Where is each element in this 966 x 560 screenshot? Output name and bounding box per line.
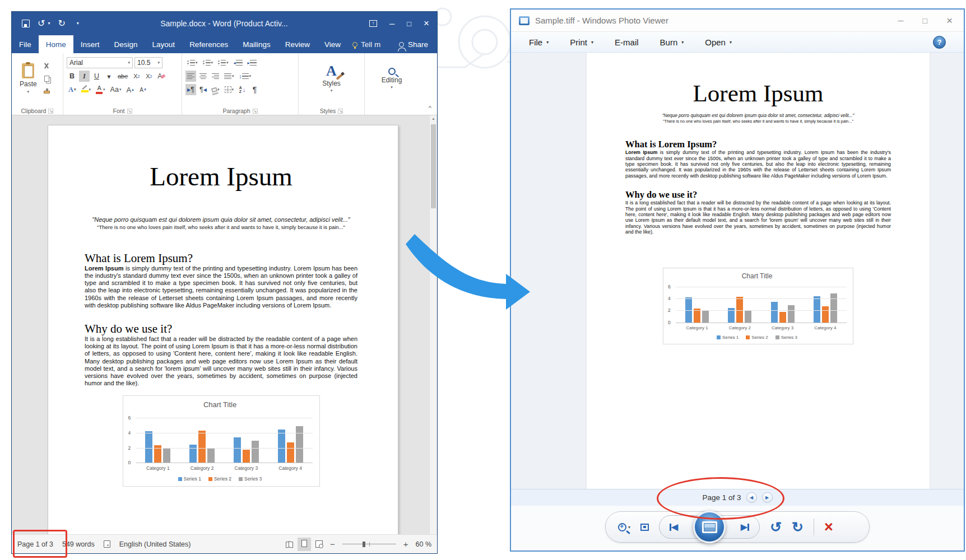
cut-button[interactable]	[41, 60, 52, 72]
ribbon-display-options-icon[interactable]: ↑	[369, 20, 377, 27]
share-button[interactable]: Share	[390, 35, 437, 53]
align-left-button[interactable]	[185, 71, 196, 82]
font-dialog-launcher[interactable]: ↘	[127, 109, 132, 114]
clipboard-dialog-launcher[interactable]: ↘	[48, 109, 53, 114]
bullets-button[interactable]: ▾	[185, 57, 199, 68]
tab-references[interactable]: References	[182, 35, 235, 53]
maximize-icon[interactable]: □	[407, 20, 411, 28]
bold-button[interactable]: B	[67, 71, 77, 82]
actual-size-button[interactable]	[640, 524, 649, 531]
vertical-scrollbar[interactable]: ▲	[429, 115, 436, 535]
zoom-slider-handle[interactable]	[363, 542, 365, 547]
grow-font-button[interactable]: A▲	[124, 84, 136, 95]
close-icon[interactable]: ×	[424, 18, 429, 29]
tab-file[interactable]: File	[12, 35, 39, 53]
scroll-up-icon[interactable]: ▲	[430, 116, 437, 120]
maximize-icon[interactable]: □	[922, 16, 927, 25]
font-size-select[interactable]: 10.5 ▾	[134, 57, 162, 68]
web-layout-icon[interactable]	[315, 540, 323, 548]
line-spacing-button[interactable]: ↕▾	[238, 71, 253, 82]
tab-view[interactable]: View	[317, 35, 348, 53]
superscript-button[interactable]: X2	[143, 71, 154, 82]
tab-design[interactable]: Design	[107, 35, 145, 53]
help-button[interactable]: ?	[933, 36, 946, 49]
rotate-clockwise-button[interactable]: ↻	[792, 520, 804, 534]
tab-layout[interactable]: Layout	[145, 35, 183, 53]
collapse-ribbon-icon[interactable]: ^	[429, 105, 431, 111]
paste-dropdown-icon[interactable]: ▾	[27, 90, 30, 94]
justify-button[interactable]: ▾	[222, 71, 236, 82]
strikethrough-button[interactable]: abe	[116, 71, 129, 82]
proofing-icon[interactable]: ×	[104, 540, 110, 548]
copy-button[interactable]	[41, 73, 52, 84]
read-mode-icon[interactable]	[286, 540, 293, 548]
section2-body: It is a long established fact that a rea…	[85, 335, 357, 387]
font-color-button[interactable]: A▾	[94, 84, 107, 95]
menu-file[interactable]: File▾	[529, 38, 549, 47]
menu-open[interactable]: Open▾	[705, 38, 732, 47]
delete-button[interactable]: ×	[824, 520, 833, 535]
save-icon[interactable]	[22, 20, 30, 27]
minimize-icon[interactable]: ─	[898, 16, 904, 25]
decrease-indent-button[interactable]: ◂	[232, 57, 244, 68]
ltr-direction-button[interactable]: ▶¶	[185, 84, 196, 95]
previous-image-button[interactable]: ◀	[670, 522, 678, 532]
tell-me-box[interactable]: Tell m	[348, 35, 385, 53]
zoom-slider[interactable]	[342, 544, 396, 545]
highlight-color-button[interactable]: ▾	[80, 84, 93, 95]
styles-label: Styles	[322, 80, 341, 87]
next-image-button[interactable]: ▶	[741, 522, 749, 532]
increase-indent-button[interactable]: ▸	[246, 57, 258, 68]
underline-button[interactable]: U	[91, 71, 102, 82]
menu-print[interactable]: Print▾	[570, 38, 593, 47]
zoom-button[interactable]: ▾	[618, 523, 630, 531]
menu-burn[interactable]: Burn▾	[660, 38, 684, 47]
format-painter-button[interactable]	[41, 85, 52, 96]
shading-button[interactable]: ▾	[210, 84, 221, 95]
paste-button[interactable]: Paste ▾	[15, 56, 41, 101]
editing-button[interactable]: Editing ▾	[368, 56, 415, 101]
zoom-in-icon[interactable]: +	[403, 539, 408, 549]
photo-viewer-window: Sample.tiff - Windows Photo Viewer ─ □ ×…	[510, 8, 965, 552]
tab-mailings[interactable]: Mailings	[235, 35, 278, 53]
borders-button[interactable]: ▾	[223, 84, 236, 95]
align-center-button[interactable]	[198, 71, 208, 82]
styles-icon: A	[326, 64, 337, 78]
subscript-button[interactable]: X2	[131, 71, 142, 82]
print-layout-icon[interactable]	[301, 540, 307, 547]
rtl-direction-button[interactable]: ¶◀	[198, 84, 208, 95]
shrink-font-button[interactable]: A▼	[138, 84, 148, 95]
scrollbar-thumb[interactable]	[431, 124, 436, 208]
zoom-percentage[interactable]: 60 %	[416, 540, 432, 548]
change-case-label: Aa	[110, 86, 119, 94]
menu-email[interactable]: E-mail	[615, 38, 639, 47]
italic-button[interactable]: I	[79, 71, 90, 82]
rotate-counterclockwise-button[interactable]: ↺	[770, 520, 782, 534]
redo-icon[interactable]: ↻	[58, 19, 65, 28]
minimize-icon[interactable]: ─	[389, 20, 394, 28]
zoom-out-icon[interactable]: −	[330, 539, 335, 549]
close-icon[interactable]: ×	[946, 15, 953, 27]
word-document-chart[interactable]: Chart Title 0246 Category 1Category 2Cat…	[123, 395, 320, 487]
sort-button[interactable]: AZ↓	[237, 84, 248, 95]
word-document-page[interactable]: Lorem Ipsum "Neque porro quisquam est qu…	[48, 125, 398, 535]
language-indicator[interactable]: English (United States)	[119, 540, 191, 548]
styles-dialog-launcher[interactable]: ↘	[338, 109, 343, 114]
align-right-button[interactable]	[210, 71, 221, 82]
undo-dropdown-icon[interactable]: ▾	[48, 21, 50, 26]
numbering-button[interactable]: ▾	[201, 57, 215, 68]
font-name-select[interactable]: Arial ▾	[67, 57, 133, 68]
text-effects-button[interactable]: A▾	[67, 84, 78, 95]
multilevel-list-button[interactable]: ▾	[216, 57, 230, 68]
undo-icon[interactable]: ↺	[38, 19, 45, 28]
tab-review[interactable]: Review	[278, 35, 317, 53]
bar-series-3-category-3	[252, 441, 259, 463]
clear-formatting-button[interactable]: A	[156, 71, 167, 82]
styles-button[interactable]: A Styles ▾	[302, 56, 361, 101]
underline-dropdown-icon[interactable]: ▾	[104, 71, 114, 82]
show-hide-pilcrow-button[interactable]: ¶	[249, 84, 260, 95]
tab-home[interactable]: Home	[39, 35, 73, 53]
change-case-button[interactable]: Aa▾	[109, 84, 123, 95]
tab-insert[interactable]: Insert	[73, 35, 107, 53]
paragraph-dialog-launcher[interactable]: ↘	[253, 109, 258, 114]
